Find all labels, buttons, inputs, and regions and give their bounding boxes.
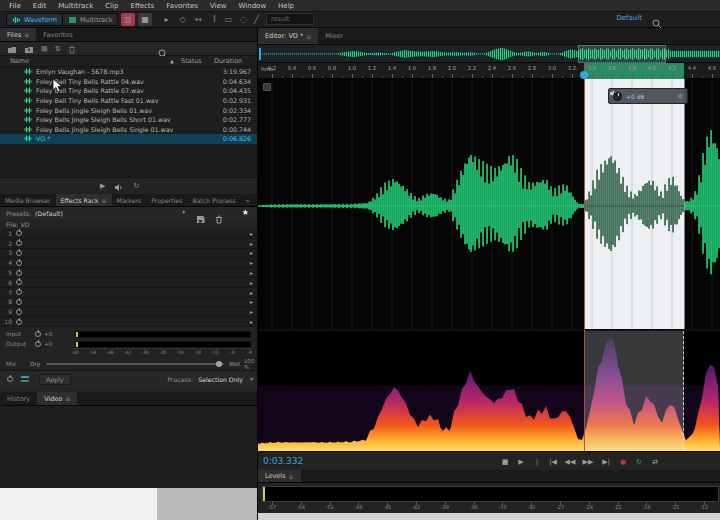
file-row[interactable]: Foley Bell Tiny Bells Rattle Fast 01.wav… bbox=[0, 96, 257, 106]
hud-gain-knob[interactable] bbox=[613, 92, 622, 101]
slot-power-icon[interactable] bbox=[16, 289, 22, 295]
output-power-icon[interactable] bbox=[35, 341, 41, 347]
brush-selection-tool-icon[interactable]: ╱ bbox=[250, 13, 263, 26]
slot-power-icon[interactable] bbox=[16, 250, 22, 256]
menu-effects[interactable]: Effects bbox=[124, 0, 160, 12]
slot-insert-arrow-icon[interactable]: ▸ bbox=[250, 269, 253, 276]
panel-menu-icon[interactable]: ≡ bbox=[65, 395, 70, 402]
lasso-selection-tool-icon[interactable]: ◌ bbox=[237, 13, 250, 26]
sort-ascending-icon[interactable]: ▲ bbox=[170, 58, 174, 64]
display-options-icon[interactable] bbox=[263, 83, 271, 91]
new-file-icon[interactable]: ▤ bbox=[41, 45, 48, 53]
workspace-selector[interactable]: Default bbox=[616, 14, 642, 22]
menu-edit[interactable]: Edit bbox=[27, 0, 53, 12]
menu-help[interactable]: Help bbox=[272, 0, 300, 12]
navigator-selection[interactable] bbox=[578, 45, 666, 63]
file-row[interactable]: Foley Bells Jingle Sleigh Bells Single 0… bbox=[0, 125, 257, 135]
input-power-icon[interactable] bbox=[35, 331, 41, 337]
menu-multitrack[interactable]: Multitrack bbox=[52, 0, 99, 12]
spectrogram-display[interactable] bbox=[258, 331, 720, 451]
menu-view[interactable]: View bbox=[204, 0, 233, 12]
slot-insert-arrow-icon[interactable]: ▸ bbox=[250, 298, 253, 305]
rack-power-icon[interactable] bbox=[7, 376, 13, 382]
output-gain-value[interactable]: +0 bbox=[44, 341, 53, 347]
spectrogram-selection[interactable] bbox=[584, 331, 684, 451]
slot-insert-arrow-icon[interactable]: ▸ bbox=[250, 230, 253, 237]
file-row[interactable]: Foley Bells Jingle Sleigh Bells Short 01… bbox=[0, 115, 257, 125]
effect-slot[interactable]: 7▸ bbox=[0, 288, 257, 298]
stop-button[interactable]: ■ bbox=[498, 455, 512, 468]
mix-slider-track[interactable] bbox=[46, 363, 224, 365]
tab-video[interactable]: Video ≡ bbox=[37, 392, 77, 405]
slip-tool-icon[interactable]: ↔ bbox=[192, 13, 205, 26]
file-row[interactable]: Foley Bell Tiny Bells Rattle 07.wav0:04.… bbox=[0, 86, 257, 96]
move-tool-icon[interactable]: ▸ bbox=[160, 13, 173, 26]
menu-window[interactable]: Window bbox=[233, 0, 273, 12]
sort-icon[interactable]: ⇅ bbox=[55, 45, 61, 53]
panel-menu-icon[interactable]: ≡ bbox=[24, 31, 29, 38]
slot-power-icon[interactable] bbox=[16, 309, 22, 315]
mix-amount-value[interactable]: 100 % bbox=[244, 358, 257, 370]
column-name[interactable]: Name bbox=[10, 57, 29, 65]
skip-to-end-button[interactable]: ▶| bbox=[599, 455, 613, 468]
playhead-line[interactable] bbox=[584, 63, 585, 451]
file-row[interactable]: Foley Bell Tiny Bells Rattle 04.wav0:04.… bbox=[0, 77, 257, 87]
slot-insert-arrow-icon[interactable]: ▸ bbox=[250, 259, 253, 266]
panel-menu-icon[interactable]: ≡ bbox=[289, 473, 294, 480]
tab-history[interactable]: History bbox=[0, 392, 37, 405]
slot-power-icon[interactable] bbox=[16, 270, 22, 276]
search-result-hint[interactable]: result bbox=[266, 13, 314, 25]
slot-insert-arrow-icon[interactable]: ▸ bbox=[250, 240, 253, 247]
tab-media-browser[interactable]: Media Browser bbox=[0, 194, 56, 206]
preset-dropdown-caret-icon[interactable]: ▾ bbox=[182, 209, 185, 215]
effect-slot[interactable]: 3▸ bbox=[0, 249, 257, 259]
timeline-ruler[interactable]: hms 0.20.40.60.81.01.21.41.61.82.02.22.4… bbox=[258, 63, 720, 79]
process-value-dropdown[interactable]: Selection Only bbox=[198, 376, 243, 383]
hud-move-handle-icon[interactable]: ⇱ bbox=[678, 93, 683, 100]
slot-insert-arrow-icon[interactable]: ▸ bbox=[250, 289, 253, 296]
preview-play-icon[interactable]: ▶ bbox=[100, 182, 105, 190]
menu-clip[interactable]: Clip bbox=[99, 0, 124, 12]
slot-insert-arrow-icon[interactable]: ▸ bbox=[250, 308, 253, 315]
file-row[interactable]: VO *0:06.826 bbox=[0, 134, 257, 144]
effect-slot[interactable]: 4▸ bbox=[0, 258, 257, 268]
skip-selection-button[interactable]: ⇄ bbox=[648, 455, 662, 468]
effect-slot[interactable]: 6▸ bbox=[0, 278, 257, 288]
pitch-display-icon[interactable]: ▦ bbox=[138, 13, 152, 26]
menu-file[interactable]: File bbox=[3, 0, 27, 12]
zoom-navigator[interactable] bbox=[258, 45, 720, 63]
input-gain-value[interactable]: +0 bbox=[44, 331, 53, 337]
effect-slot[interactable]: 5▸ bbox=[0, 268, 257, 278]
razor-tool-icon[interactable]: ◇ bbox=[176, 13, 189, 26]
tab-levels[interactable]: Levels ≡ bbox=[258, 470, 301, 482]
favorite-star-icon[interactable]: ★ bbox=[242, 208, 249, 217]
apply-button[interactable]: Apply bbox=[39, 374, 71, 385]
volume-hud[interactable]: +0 dB ⇱ bbox=[608, 88, 688, 104]
delete-preset-icon[interactable] bbox=[215, 209, 223, 228]
hud-gain-value[interactable]: +0 dB bbox=[626, 93, 645, 100]
effect-slot[interactable]: 2▸ bbox=[0, 239, 257, 249]
file-row[interactable]: Emlyn Vaughan - 5678.mp33:19.967 bbox=[0, 67, 257, 77]
rewind-button[interactable]: ◀◀ bbox=[563, 455, 577, 468]
menu-favorites[interactable]: Favorites bbox=[160, 0, 204, 12]
marquee-selection-tool-icon[interactable]: ▭ bbox=[222, 13, 235, 26]
slot-insert-arrow-icon[interactable]: ▸ bbox=[250, 249, 253, 256]
effect-slot[interactable]: 9▸ bbox=[0, 307, 257, 317]
slot-insert-arrow-icon[interactable]: ▸ bbox=[250, 318, 253, 325]
slot-power-icon[interactable] bbox=[16, 230, 22, 236]
tab-effects-rack[interactable]: Effects Rack ≡ bbox=[56, 194, 112, 206]
time-selection-tool-icon[interactable]: I bbox=[208, 13, 221, 26]
multitrack-view-button[interactable]: Multitrack bbox=[62, 13, 118, 26]
preview-loop-icon[interactable]: ↻ bbox=[133, 182, 139, 190]
slot-insert-arrow-icon[interactable]: ▸ bbox=[250, 279, 253, 286]
time-display[interactable]: 0:03.332 bbox=[263, 456, 303, 466]
panel-menu-icon[interactable]: ≡ bbox=[306, 33, 311, 40]
save-preset-icon[interactable] bbox=[196, 209, 205, 228]
column-duration[interactable]: Duration bbox=[214, 57, 242, 65]
waveform-view-button[interactable]: Waveform bbox=[6, 13, 63, 26]
rack-toggle-icon[interactable] bbox=[21, 376, 29, 383]
panel-menu-icon[interactable]: ≡ bbox=[102, 197, 107, 204]
tab-markers[interactable]: Markers bbox=[112, 194, 147, 206]
play-button[interactable]: ▶ bbox=[514, 455, 528, 468]
tab-editor[interactable]: Editor: VO * ≡ bbox=[258, 28, 318, 44]
